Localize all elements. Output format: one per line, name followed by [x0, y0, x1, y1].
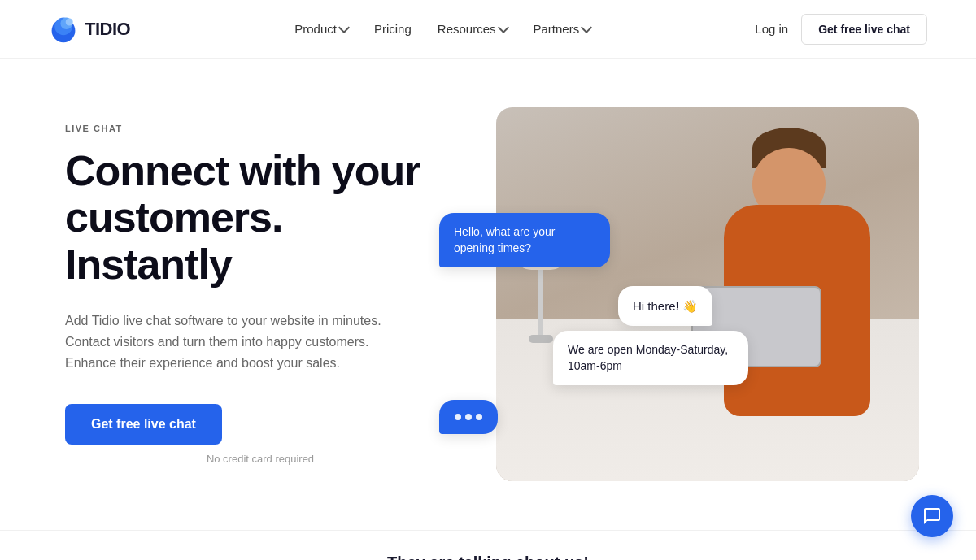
- chat-icon: [922, 506, 942, 526]
- hero-description: Add Tidio live chat software to your web…: [65, 310, 407, 375]
- chevron-down-icon: [338, 22, 350, 33]
- lamp-base: [529, 335, 553, 343]
- svg-point-3: [66, 18, 73, 25]
- nav-resources[interactable]: Resources: [438, 22, 508, 36]
- chevron-down-icon: [581, 22, 592, 33]
- lamp-shade: [516, 229, 565, 270]
- hero-section: LIVE CHAT Connect with your customers. I…: [0, 59, 976, 530]
- hero-image: [496, 107, 919, 481]
- bottom-teaser: They are talking about us!: [0, 530, 976, 560]
- nav-actions: Log in Get free live chat: [755, 14, 927, 45]
- logo[interactable]: TIDIO: [49, 15, 130, 44]
- hero-badge: LIVE CHAT: [65, 124, 455, 133]
- nav-product[interactable]: Product: [294, 22, 348, 36]
- login-button[interactable]: Log in: [755, 22, 788, 36]
- nav-pricing[interactable]: Pricing: [374, 22, 412, 36]
- typing-dot-2: [465, 414, 472, 420]
- lamp: [521, 229, 561, 343]
- typing-dot-3: [476, 414, 482, 420]
- floating-chat-button[interactable]: [911, 495, 953, 537]
- brand-name: TIDIO: [85, 19, 130, 40]
- no-credit-text: No credit card required: [65, 453, 455, 465]
- get-free-live-chat-button[interactable]: Get free live chat: [801, 14, 927, 45]
- hero-content: LIVE CHAT Connect with your customers. I…: [65, 124, 455, 465]
- nav-links: Product Pricing Resources Partners: [294, 22, 590, 36]
- hero-title: Connect with your customers. Instantly: [65, 148, 455, 288]
- nav-partners[interactable]: Partners: [534, 22, 591, 36]
- tidio-logo-icon: [49, 15, 78, 44]
- hero-cta-button[interactable]: Get free live chat: [65, 404, 222, 445]
- hero-cta-wrapper: Get free live chat No credit card requir…: [65, 404, 455, 465]
- laptop: [691, 286, 821, 367]
- chevron-down-icon: [497, 22, 508, 33]
- hero-illustration: Hello, what are your opening times? Hi t…: [488, 107, 927, 481]
- typing-dot-1: [455, 414, 461, 420]
- lamp-pole: [538, 270, 543, 335]
- person-figure: [708, 140, 887, 416]
- navbar: TIDIO Product Pricing Resources Partners…: [0, 0, 976, 59]
